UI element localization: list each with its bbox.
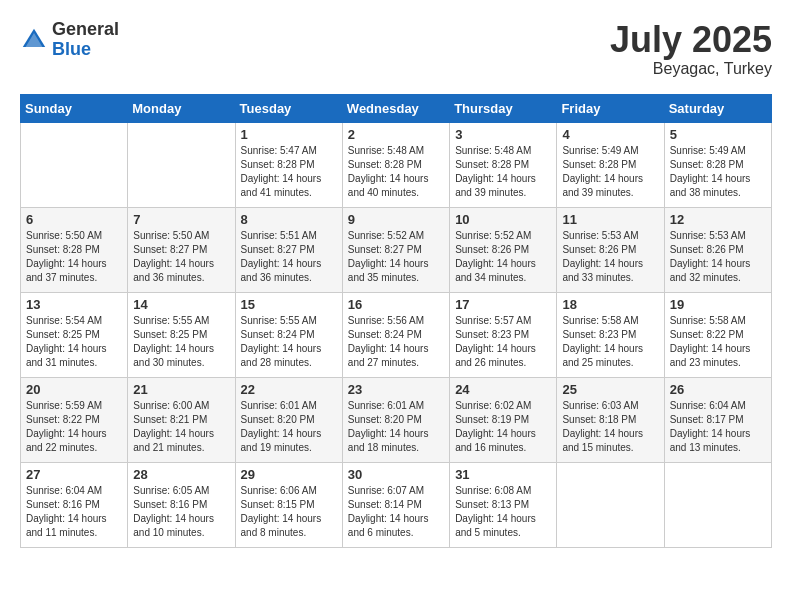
day-info: Sunrise: 5:54 AM Sunset: 8:25 PM Dayligh…: [26, 314, 122, 370]
calendar-cell: 14Sunrise: 5:55 AM Sunset: 8:25 PM Dayli…: [128, 292, 235, 377]
calendar-cell: 20Sunrise: 5:59 AM Sunset: 8:22 PM Dayli…: [21, 377, 128, 462]
day-number: 2: [348, 127, 444, 142]
day-number: 22: [241, 382, 337, 397]
weekday-header: Friday: [557, 94, 664, 122]
day-info: Sunrise: 5:50 AM Sunset: 8:28 PM Dayligh…: [26, 229, 122, 285]
day-info: Sunrise: 5:53 AM Sunset: 8:26 PM Dayligh…: [562, 229, 658, 285]
day-number: 6: [26, 212, 122, 227]
day-number: 27: [26, 467, 122, 482]
day-number: 17: [455, 297, 551, 312]
day-number: 3: [455, 127, 551, 142]
day-number: 11: [562, 212, 658, 227]
day-info: Sunrise: 5:49 AM Sunset: 8:28 PM Dayligh…: [562, 144, 658, 200]
calendar-cell: 24Sunrise: 6:02 AM Sunset: 8:19 PM Dayli…: [450, 377, 557, 462]
day-info: Sunrise: 5:49 AM Sunset: 8:28 PM Dayligh…: [670, 144, 766, 200]
calendar-cell: 4Sunrise: 5:49 AM Sunset: 8:28 PM Daylig…: [557, 122, 664, 207]
day-info: Sunrise: 5:58 AM Sunset: 8:22 PM Dayligh…: [670, 314, 766, 370]
calendar-week-row: 13Sunrise: 5:54 AM Sunset: 8:25 PM Dayli…: [21, 292, 772, 377]
calendar-week-row: 20Sunrise: 5:59 AM Sunset: 8:22 PM Dayli…: [21, 377, 772, 462]
calendar-cell: 27Sunrise: 6:04 AM Sunset: 8:16 PM Dayli…: [21, 462, 128, 547]
weekday-header: Saturday: [664, 94, 771, 122]
day-info: Sunrise: 6:02 AM Sunset: 8:19 PM Dayligh…: [455, 399, 551, 455]
day-info: Sunrise: 6:04 AM Sunset: 8:17 PM Dayligh…: [670, 399, 766, 455]
day-info: Sunrise: 5:51 AM Sunset: 8:27 PM Dayligh…: [241, 229, 337, 285]
day-number: 9: [348, 212, 444, 227]
weekday-header: Thursday: [450, 94, 557, 122]
logo: General Blue: [20, 20, 119, 60]
day-number: 20: [26, 382, 122, 397]
calendar-cell: [557, 462, 664, 547]
day-number: 23: [348, 382, 444, 397]
day-number: 10: [455, 212, 551, 227]
calendar-cell: 5Sunrise: 5:49 AM Sunset: 8:28 PM Daylig…: [664, 122, 771, 207]
calendar-cell: [128, 122, 235, 207]
weekday-header: Tuesday: [235, 94, 342, 122]
logo-text: General Blue: [52, 20, 119, 60]
day-info: Sunrise: 5:59 AM Sunset: 8:22 PM Dayligh…: [26, 399, 122, 455]
calendar-cell: 15Sunrise: 5:55 AM Sunset: 8:24 PM Dayli…: [235, 292, 342, 377]
day-number: 12: [670, 212, 766, 227]
day-info: Sunrise: 6:08 AM Sunset: 8:13 PM Dayligh…: [455, 484, 551, 540]
calendar-cell: 18Sunrise: 5:58 AM Sunset: 8:23 PM Dayli…: [557, 292, 664, 377]
day-info: Sunrise: 5:55 AM Sunset: 8:25 PM Dayligh…: [133, 314, 229, 370]
day-number: 26: [670, 382, 766, 397]
day-info: Sunrise: 6:04 AM Sunset: 8:16 PM Dayligh…: [26, 484, 122, 540]
calendar-cell: 8Sunrise: 5:51 AM Sunset: 8:27 PM Daylig…: [235, 207, 342, 292]
calendar-cell: [21, 122, 128, 207]
day-number: 25: [562, 382, 658, 397]
day-info: Sunrise: 5:48 AM Sunset: 8:28 PM Dayligh…: [348, 144, 444, 200]
calendar-cell: 21Sunrise: 6:00 AM Sunset: 8:21 PM Dayli…: [128, 377, 235, 462]
day-number: 31: [455, 467, 551, 482]
day-info: Sunrise: 5:56 AM Sunset: 8:24 PM Dayligh…: [348, 314, 444, 370]
day-info: Sunrise: 6:01 AM Sunset: 8:20 PM Dayligh…: [241, 399, 337, 455]
calendar-cell: 22Sunrise: 6:01 AM Sunset: 8:20 PM Dayli…: [235, 377, 342, 462]
day-info: Sunrise: 5:52 AM Sunset: 8:26 PM Dayligh…: [455, 229, 551, 285]
day-number: 21: [133, 382, 229, 397]
day-info: Sunrise: 5:58 AM Sunset: 8:23 PM Dayligh…: [562, 314, 658, 370]
calendar-cell: 28Sunrise: 6:05 AM Sunset: 8:16 PM Dayli…: [128, 462, 235, 547]
day-number: 28: [133, 467, 229, 482]
weekday-header: Sunday: [21, 94, 128, 122]
calendar-week-row: 6Sunrise: 5:50 AM Sunset: 8:28 PM Daylig…: [21, 207, 772, 292]
weekday-header: Monday: [128, 94, 235, 122]
calendar-cell: 3Sunrise: 5:48 AM Sunset: 8:28 PM Daylig…: [450, 122, 557, 207]
calendar-cell: 2Sunrise: 5:48 AM Sunset: 8:28 PM Daylig…: [342, 122, 449, 207]
logo-blue: Blue: [52, 40, 119, 60]
calendar-cell: 31Sunrise: 6:08 AM Sunset: 8:13 PM Dayli…: [450, 462, 557, 547]
calendar-cell: 10Sunrise: 5:52 AM Sunset: 8:26 PM Dayli…: [450, 207, 557, 292]
day-number: 18: [562, 297, 658, 312]
day-number: 30: [348, 467, 444, 482]
month-title: July 2025: [610, 20, 772, 60]
calendar-header-row: SundayMondayTuesdayWednesdayThursdayFrid…: [21, 94, 772, 122]
day-number: 19: [670, 297, 766, 312]
day-number: 16: [348, 297, 444, 312]
day-info: Sunrise: 6:07 AM Sunset: 8:14 PM Dayligh…: [348, 484, 444, 540]
day-number: 14: [133, 297, 229, 312]
calendar-cell: 12Sunrise: 5:53 AM Sunset: 8:26 PM Dayli…: [664, 207, 771, 292]
calendar-cell: 13Sunrise: 5:54 AM Sunset: 8:25 PM Dayli…: [21, 292, 128, 377]
day-info: Sunrise: 5:52 AM Sunset: 8:27 PM Dayligh…: [348, 229, 444, 285]
day-info: Sunrise: 5:55 AM Sunset: 8:24 PM Dayligh…: [241, 314, 337, 370]
page-header: General Blue July 2025 Beyagac, Turkey: [20, 20, 772, 78]
calendar-cell: 26Sunrise: 6:04 AM Sunset: 8:17 PM Dayli…: [664, 377, 771, 462]
day-info: Sunrise: 6:06 AM Sunset: 8:15 PM Dayligh…: [241, 484, 337, 540]
day-info: Sunrise: 5:47 AM Sunset: 8:28 PM Dayligh…: [241, 144, 337, 200]
day-number: 7: [133, 212, 229, 227]
title-block: July 2025 Beyagac, Turkey: [610, 20, 772, 78]
calendar-week-row: 1Sunrise: 5:47 AM Sunset: 8:28 PM Daylig…: [21, 122, 772, 207]
calendar-cell: 7Sunrise: 5:50 AM Sunset: 8:27 PM Daylig…: [128, 207, 235, 292]
day-number: 1: [241, 127, 337, 142]
calendar-cell: 6Sunrise: 5:50 AM Sunset: 8:28 PM Daylig…: [21, 207, 128, 292]
logo-icon: [20, 26, 48, 54]
day-info: Sunrise: 5:57 AM Sunset: 8:23 PM Dayligh…: [455, 314, 551, 370]
day-info: Sunrise: 5:48 AM Sunset: 8:28 PM Dayligh…: [455, 144, 551, 200]
calendar-cell: 19Sunrise: 5:58 AM Sunset: 8:22 PM Dayli…: [664, 292, 771, 377]
calendar-cell: 1Sunrise: 5:47 AM Sunset: 8:28 PM Daylig…: [235, 122, 342, 207]
day-info: Sunrise: 5:50 AM Sunset: 8:27 PM Dayligh…: [133, 229, 229, 285]
day-number: 29: [241, 467, 337, 482]
logo-general: General: [52, 20, 119, 40]
day-number: 8: [241, 212, 337, 227]
calendar-cell: 25Sunrise: 6:03 AM Sunset: 8:18 PM Dayli…: [557, 377, 664, 462]
calendar-cell: 30Sunrise: 6:07 AM Sunset: 8:14 PM Dayli…: [342, 462, 449, 547]
day-number: 4: [562, 127, 658, 142]
